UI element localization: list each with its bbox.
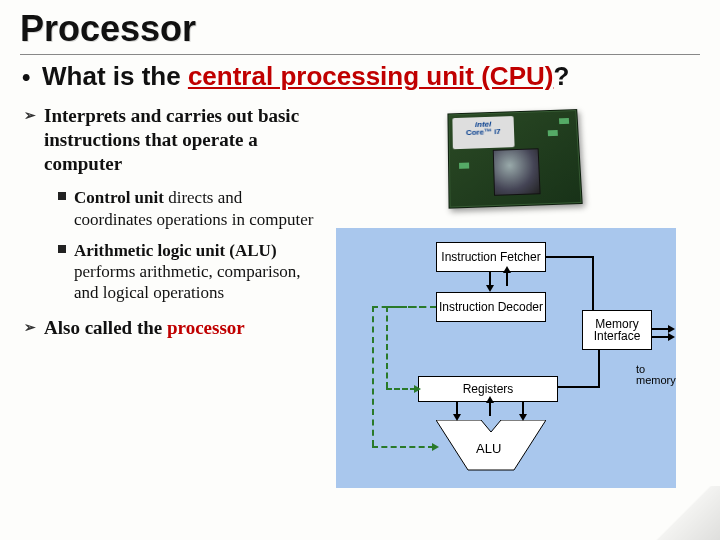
cpu-chip-body: intel Core™ i7 — [447, 109, 582, 209]
main-question: • What is the central processing unit (C… — [42, 61, 700, 92]
arrow-up-icon — [486, 396, 494, 403]
diagram-fetcher-label: Instruction Fetcher — [441, 251, 540, 263]
arrow-right-icon — [414, 385, 421, 393]
control-unit-bold: Control unit — [74, 188, 164, 207]
sub-list: Control unit directs and coordinates ope… — [24, 187, 320, 303]
question-suffix: ? — [553, 61, 569, 91]
slide-title: Processor — [20, 8, 700, 50]
diagram-dashed-line — [372, 306, 436, 308]
diagram-dashed-line — [386, 306, 388, 388]
cpu-capacitor — [548, 130, 558, 136]
diagram-memif-box: Memory Interface — [582, 310, 652, 350]
diagram-registers-label: Registers — [463, 383, 514, 395]
diagram-fetcher-box: Instruction Fetcher — [436, 242, 546, 272]
diagram-dashed-line — [386, 388, 416, 390]
alu-rest: performs arithmetic, comparison, and log… — [74, 262, 301, 302]
point-also-called: ➢ Also called the processor — [24, 316, 320, 340]
square-bullet-icon — [58, 192, 66, 200]
diagram-memif-label: Memory Interface — [583, 318, 651, 342]
diagram-decoder-box: Instruction Decoder — [436, 292, 546, 322]
diagram-line — [598, 350, 600, 388]
chevron-icon: ➢ — [24, 107, 36, 125]
arrow-right-icon — [432, 443, 439, 451]
point-interprets-text: Interprets and carries out basic instruc… — [44, 105, 299, 174]
title-rule — [20, 54, 700, 55]
diagram-ext-label: to memory — [636, 364, 676, 386]
diagram-dashed-line — [372, 446, 434, 448]
diagram-alu-label: ALU — [476, 441, 501, 456]
point-alu: Arithmetic logic unit (ALU) performs ari… — [58, 240, 320, 304]
alu-bold: Arithmetic logic unit (ALU) — [74, 241, 277, 260]
diagram-line — [592, 256, 594, 310]
diagram-dashed-line — [372, 306, 374, 446]
cpu-capacitor — [459, 163, 469, 169]
content-row: ➢ Interprets and carries out basic instr… — [20, 104, 700, 488]
cpu-die — [493, 148, 541, 196]
question-prefix: What is the — [42, 61, 188, 91]
cpu-model: Core™ i7 — [453, 128, 515, 138]
diagram-line — [489, 272, 491, 286]
diagram-line — [558, 386, 598, 388]
arrow-right-icon — [668, 333, 675, 341]
cpu-capacitor — [559, 118, 569, 124]
slide: Processor • What is the central processi… — [0, 0, 720, 498]
point-control-unit: Control unit directs and coordinates ope… — [58, 187, 320, 230]
chevron-icon: ➢ — [24, 319, 36, 337]
arrow-right-icon — [668, 325, 675, 333]
arrow-down-icon — [519, 414, 527, 421]
question-highlight: central processing unit (CPU) — [188, 61, 554, 91]
square-bullet-icon — [58, 245, 66, 253]
arrow-down-icon — [486, 285, 494, 292]
cpu-chip-image: intel Core™ i7 — [430, 104, 600, 214]
cpu-diagram: Instruction Fetcher Instruction Decoder … — [336, 228, 676, 488]
also-prefix: Also called the — [44, 317, 167, 338]
diagram-line — [489, 402, 491, 416]
diagram-decoder-label: Instruction Decoder — [439, 301, 543, 313]
diagram-line — [506, 272, 508, 286]
right-column: intel Core™ i7 Instruction Fetcher Instr… — [330, 104, 700, 488]
point-interprets: ➢ Interprets and carries out basic instr… — [24, 104, 320, 175]
diagram-line — [546, 256, 592, 258]
also-highlight: processor — [167, 317, 245, 338]
left-column: ➢ Interprets and carries out basic instr… — [20, 104, 320, 488]
arrow-down-icon — [453, 414, 461, 421]
cpu-chip-label: intel Core™ i7 — [452, 116, 514, 149]
arrow-up-icon — [503, 266, 511, 273]
bullet-icon: • — [22, 63, 30, 92]
